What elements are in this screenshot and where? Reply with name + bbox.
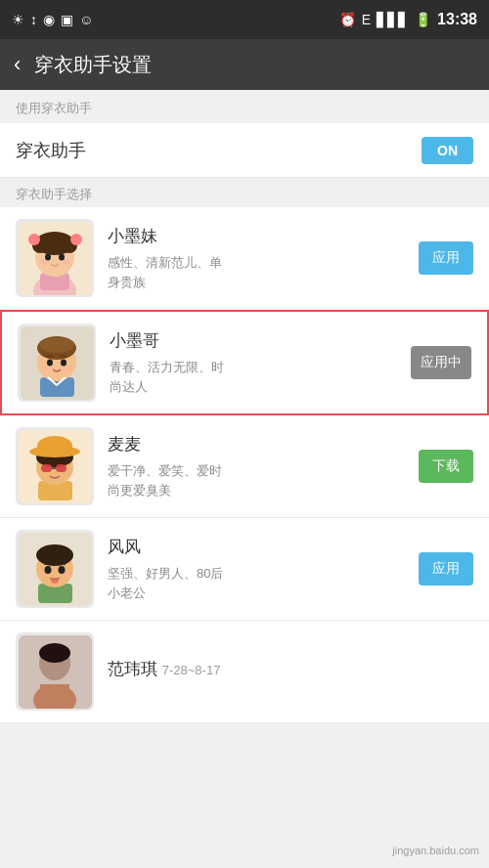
- svg-point-22: [41, 365, 49, 369]
- avatar-name-xiaomumei: 小墨妹: [108, 225, 405, 247]
- avatar-image-maimai: [16, 427, 94, 505]
- avatar-item-fanruiqi: 范玮琪 7-28~8-17: [0, 621, 489, 723]
- avatar-action-xiaomumei[interactable]: 应用: [419, 241, 473, 275]
- content-area: 使用穿衣助手 穿衣助手 ON 穿衣助手选择: [0, 90, 489, 868]
- svg-point-20: [47, 359, 53, 366]
- avatar-info-maimai: 麦麦 爱干净、爱笑、爱时尚更爱臭美: [108, 433, 405, 499]
- signal-icon: E: [362, 12, 371, 27]
- svg-point-39: [44, 566, 51, 574]
- svg-point-19: [39, 337, 74, 353]
- svg-point-12: [39, 259, 47, 264]
- svg-point-42: [64, 572, 71, 577]
- apply-button-fengfeng[interactable]: 应用: [419, 552, 473, 586]
- download-button-maimai[interactable]: 下载: [419, 450, 473, 483]
- clock: 13:38: [437, 11, 477, 28]
- back-button[interactable]: ‹: [14, 52, 21, 77]
- avatar-action-maimai[interactable]: 下载: [419, 450, 473, 483]
- app-icon2: ▣: [61, 12, 73, 27]
- avatar-svg-fengfeng: [19, 533, 92, 606]
- svg-point-30: [37, 436, 72, 456]
- avatar-svg-boy: [21, 326, 94, 400]
- toggle-button[interactable]: ON: [422, 137, 473, 164]
- apply-button-xiaomumei[interactable]: 应用: [419, 241, 473, 275]
- avatar-info-fanruiqi: 范玮琪 7-28~8-17: [108, 658, 473, 686]
- avatar-name-fengfeng: 风风: [108, 536, 405, 558]
- avatar-image-xiaomuge: [18, 324, 96, 402]
- toggle-label: 穿衣助手: [16, 139, 86, 162]
- avatar-image-fanruiqi: [16, 632, 94, 711]
- watermark-text: jingyan.baidu.com: [392, 845, 479, 856]
- avatar-info-xiaomumei: 小墨妹 感性、清新范儿、单身贵族: [108, 225, 405, 291]
- battery-icon: 🔋: [415, 12, 431, 27]
- avatar-action-xiaomuge[interactable]: 应用中: [411, 346, 471, 379]
- avatar-svg-girl: [19, 222, 92, 295]
- svg-point-8: [28, 234, 40, 245]
- avatar-svg-maimai: [19, 430, 92, 503]
- avatar-image-xiaomumei: [16, 219, 94, 297]
- avatar-item-xiaomumei: 小墨妹 感性、清新范儿、单身贵族 应用: [0, 207, 489, 310]
- svg-point-38: [36, 544, 73, 566]
- avatar-item-maimai: 麦麦 爱干净、爱笑、爱时尚更爱臭美 下载: [0, 415, 489, 518]
- svg-point-10: [45, 253, 51, 260]
- avatar-name-xiaomuge: 小墨哥: [110, 329, 397, 352]
- svg-point-46: [39, 643, 70, 663]
- avatar-item-fengfeng: 风风 坚强、好男人、80后小老公 应用: [0, 518, 489, 621]
- watermark: jingyan.baidu.com: [392, 841, 479, 858]
- svg-rect-48: [40, 684, 69, 704]
- status-right-info: ⏰ E ▋▋▋ 🔋 13:38: [339, 11, 477, 28]
- avatar-desc-xiaomuge: 青春、活力无限、时尚达人: [110, 358, 397, 396]
- avatar-action-fengfeng[interactable]: 应用: [419, 552, 473, 586]
- avatar-info-fengfeng: 风风 坚强、好男人、80后小老公: [108, 536, 405, 602]
- usb-icon: ↕: [30, 12, 37, 27]
- avatar-desc-maimai: 爱干净、爱笑、爱时尚更爱臭美: [108, 461, 405, 499]
- weather-icon: ☀: [12, 12, 24, 27]
- svg-point-21: [61, 359, 67, 366]
- svg-rect-31: [41, 464, 52, 472]
- page-title: 穿衣助手设置: [34, 52, 152, 78]
- avatar-info-xiaomuge: 小墨哥 青春、活力无限、时尚达人: [110, 329, 397, 396]
- toggle-row: 穿衣助手 ON: [0, 123, 489, 178]
- avatar-name-maimai: 麦麦: [108, 433, 405, 456]
- avatar-desc-xiaomumei: 感性、清新范儿、单身贵族: [108, 253, 405, 291]
- avatar-svg-fanruiqi: [19, 635, 92, 709]
- svg-point-40: [58, 566, 65, 574]
- avatar-name-fanruiqi: 范玮琪 7-28~8-17: [108, 658, 473, 680]
- svg-point-43: [51, 578, 59, 584]
- app-icon1: ◉: [43, 12, 55, 27]
- svg-rect-32: [56, 464, 67, 472]
- avatar-desc-fengfeng: 坚强、好男人、80后小老公: [108, 564, 405, 602]
- use-section-label: 使用穿衣助手: [0, 90, 489, 123]
- svg-point-13: [63, 259, 70, 264]
- avatar-item-xiaomuge: 小墨哥 青春、活力无限、时尚达人 应用中: [0, 310, 489, 415]
- svg-point-11: [59, 253, 65, 260]
- alarm-icon: ⏰: [339, 12, 356, 27]
- choose-section-label: 穿衣助手选择: [0, 178, 489, 207]
- svg-point-23: [65, 365, 72, 369]
- svg-point-9: [70, 234, 82, 245]
- status-bar: ☀ ↕ ◉ ▣ ☺ ⏰ E ▋▋▋ 🔋 13:38: [0, 0, 489, 39]
- status-left-icons: ☀ ↕ ◉ ▣ ☺: [12, 12, 93, 27]
- avatar-image-fengfeng: [16, 530, 94, 608]
- signal-bars: ▋▋▋: [377, 12, 409, 27]
- svg-point-41: [38, 572, 46, 577]
- toolbar: ‹ 穿衣助手设置: [0, 39, 489, 90]
- applying-button-xiaomuge[interactable]: 应用中: [411, 346, 471, 379]
- app-icon3: ☺: [79, 12, 93, 27]
